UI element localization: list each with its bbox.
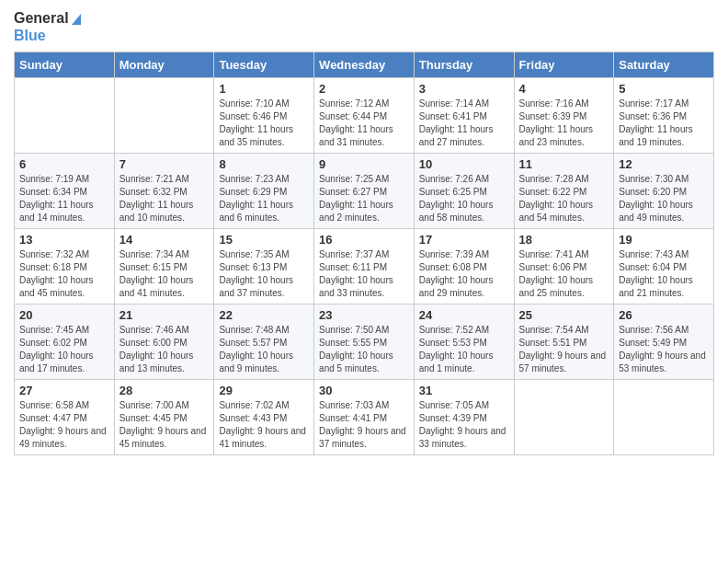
day-info: Sunrise: 7:10 AM Sunset: 6:46 PM Dayligh… bbox=[219, 98, 309, 149]
calendar-week-row: 20Sunrise: 7:45 AM Sunset: 6:02 PM Dayli… bbox=[15, 304, 714, 380]
day-info: Sunrise: 7:21 AM Sunset: 6:32 PM Dayligh… bbox=[119, 173, 210, 224]
calendar-week-row: 13Sunrise: 7:32 AM Sunset: 6:18 PM Dayli… bbox=[15, 229, 714, 304]
calendar-cell: 16Sunrise: 7:37 AM Sunset: 6:11 PM Dayli… bbox=[314, 229, 415, 304]
day-number: 4 bbox=[519, 82, 609, 96]
day-number: 17 bbox=[419, 233, 509, 247]
calendar-cell: 30Sunrise: 7:03 AM Sunset: 4:41 PM Dayli… bbox=[314, 380, 415, 455]
calendar-cell: 10Sunrise: 7:26 AM Sunset: 6:25 PM Dayli… bbox=[414, 154, 514, 229]
day-info: Sunrise: 7:35 AM Sunset: 6:13 PM Dayligh… bbox=[219, 248, 309, 300]
calendar-cell: 31Sunrise: 7:05 AM Sunset: 4:39 PM Dayli… bbox=[414, 380, 514, 455]
calendar-header-row: SundayMondayTuesdayWednesdayThursdayFrid… bbox=[15, 52, 714, 78]
calendar-day-header: Monday bbox=[114, 52, 214, 78]
day-info: Sunrise: 7:34 AM Sunset: 6:15 PM Dayligh… bbox=[119, 248, 210, 300]
day-info: Sunrise: 7:46 AM Sunset: 6:00 PM Dayligh… bbox=[119, 324, 210, 375]
calendar-day-header: Saturday bbox=[614, 52, 714, 78]
day-number: 9 bbox=[319, 157, 409, 171]
calendar-cell: 6Sunrise: 7:19 AM Sunset: 6:34 PM Daylig… bbox=[15, 154, 115, 229]
day-number: 26 bbox=[619, 308, 709, 322]
calendar-cell: 12Sunrise: 7:30 AM Sunset: 6:20 PM Dayli… bbox=[614, 154, 714, 229]
day-number: 10 bbox=[419, 157, 509, 171]
calendar-cell: 19Sunrise: 7:43 AM Sunset: 6:04 PM Dayli… bbox=[614, 229, 714, 304]
day-number: 2 bbox=[319, 82, 409, 96]
day-number: 25 bbox=[519, 308, 609, 322]
day-info: Sunrise: 7:26 AM Sunset: 6:25 PM Dayligh… bbox=[419, 173, 509, 224]
day-number: 23 bbox=[319, 308, 409, 322]
day-number: 31 bbox=[419, 384, 509, 397]
calendar-cell: 20Sunrise: 7:45 AM Sunset: 6:02 PM Dayli… bbox=[15, 304, 115, 380]
calendar-week-row: 1Sunrise: 7:10 AM Sunset: 6:46 PM Daylig… bbox=[15, 78, 714, 154]
calendar-cell: 15Sunrise: 7:35 AM Sunset: 6:13 PM Dayli… bbox=[214, 229, 314, 304]
day-number: 24 bbox=[419, 308, 509, 322]
day-number: 14 bbox=[119, 233, 210, 247]
calendar-cell: 22Sunrise: 7:48 AM Sunset: 5:57 PM Dayli… bbox=[214, 304, 314, 380]
calendar-cell: 11Sunrise: 7:28 AM Sunset: 6:22 PM Dayli… bbox=[514, 154, 614, 229]
day-info: Sunrise: 7:05 AM Sunset: 4:39 PM Dayligh… bbox=[419, 399, 509, 451]
day-info: Sunrise: 7:52 AM Sunset: 5:53 PM Dayligh… bbox=[419, 324, 509, 375]
day-info: Sunrise: 7:02 AM Sunset: 4:43 PM Dayligh… bbox=[219, 399, 309, 451]
day-info: Sunrise: 7:39 AM Sunset: 6:08 PM Dayligh… bbox=[419, 248, 509, 300]
calendar-table: SundayMondayTuesdayWednesdayThursdayFrid… bbox=[14, 52, 714, 455]
day-number: 16 bbox=[319, 233, 409, 247]
calendar-cell: 25Sunrise: 7:54 AM Sunset: 5:51 PM Dayli… bbox=[514, 304, 614, 380]
day-number: 22 bbox=[219, 308, 309, 322]
calendar-cell: 24Sunrise: 7:52 AM Sunset: 5:53 PM Dayli… bbox=[414, 304, 514, 380]
day-info: Sunrise: 7:16 AM Sunset: 6:39 PM Dayligh… bbox=[519, 98, 609, 149]
day-number: 20 bbox=[19, 308, 109, 322]
day-info: Sunrise: 7:28 AM Sunset: 6:22 PM Dayligh… bbox=[519, 173, 609, 224]
calendar-cell: 26Sunrise: 7:56 AM Sunset: 5:49 PM Dayli… bbox=[614, 304, 714, 380]
calendar-week-row: 6Sunrise: 7:19 AM Sunset: 6:34 PM Daylig… bbox=[15, 154, 714, 229]
day-number: 19 bbox=[619, 233, 709, 247]
calendar-day-header: Tuesday bbox=[214, 52, 314, 78]
day-info: Sunrise: 7:50 AM Sunset: 5:55 PM Dayligh… bbox=[319, 324, 409, 375]
calendar-cell: 28Sunrise: 7:00 AM Sunset: 4:45 PM Dayli… bbox=[114, 380, 214, 455]
day-number: 30 bbox=[319, 384, 409, 397]
day-info: Sunrise: 7:00 AM Sunset: 4:45 PM Dayligh… bbox=[119, 399, 210, 451]
day-info: Sunrise: 7:43 AM Sunset: 6:04 PM Dayligh… bbox=[619, 248, 709, 300]
calendar-cell: 9Sunrise: 7:25 AM Sunset: 6:27 PM Daylig… bbox=[314, 154, 415, 229]
day-number: 3 bbox=[419, 82, 509, 96]
calendar-cell: 4Sunrise: 7:16 AM Sunset: 6:39 PM Daylig… bbox=[514, 78, 614, 154]
day-info: Sunrise: 7:37 AM Sunset: 6:11 PM Dayligh… bbox=[319, 248, 409, 300]
calendar-cell: 5Sunrise: 7:17 AM Sunset: 6:36 PM Daylig… bbox=[614, 78, 714, 154]
calendar-cell: 3Sunrise: 7:14 AM Sunset: 6:41 PM Daylig… bbox=[414, 78, 514, 154]
day-number: 12 bbox=[619, 157, 709, 171]
day-number: 8 bbox=[219, 157, 309, 171]
calendar-cell: 29Sunrise: 7:02 AM Sunset: 4:43 PM Dayli… bbox=[214, 380, 314, 455]
day-number: 1 bbox=[219, 82, 309, 96]
calendar-cell: 2Sunrise: 7:12 AM Sunset: 6:44 PM Daylig… bbox=[314, 78, 415, 154]
calendar-day-header: Thursday bbox=[414, 52, 514, 78]
day-info: Sunrise: 7:54 AM Sunset: 5:51 PM Dayligh… bbox=[519, 324, 609, 375]
calendar-day-header: Friday bbox=[514, 52, 614, 78]
day-number: 6 bbox=[19, 157, 109, 171]
day-info: Sunrise: 7:30 AM Sunset: 6:20 PM Dayligh… bbox=[619, 173, 709, 224]
logo: General Blue bbox=[14, 9, 81, 44]
calendar-week-row: 27Sunrise: 6:58 AM Sunset: 4:47 PM Dayli… bbox=[15, 380, 714, 455]
calendar-cell: 1Sunrise: 7:10 AM Sunset: 6:46 PM Daylig… bbox=[214, 78, 314, 154]
calendar-cell: 21Sunrise: 7:46 AM Sunset: 6:00 PM Dayli… bbox=[114, 304, 214, 380]
day-info: Sunrise: 7:56 AM Sunset: 5:49 PM Dayligh… bbox=[619, 324, 709, 375]
calendar-cell bbox=[614, 380, 714, 455]
day-info: Sunrise: 7:32 AM Sunset: 6:18 PM Dayligh… bbox=[19, 248, 109, 300]
calendar-day-header: Sunday bbox=[15, 52, 115, 78]
day-info: Sunrise: 7:45 AM Sunset: 6:02 PM Dayligh… bbox=[19, 324, 109, 375]
day-info: Sunrise: 7:19 AM Sunset: 6:34 PM Dayligh… bbox=[19, 173, 109, 224]
day-number: 18 bbox=[519, 233, 609, 247]
day-number: 21 bbox=[119, 308, 210, 322]
calendar-cell: 17Sunrise: 7:39 AM Sunset: 6:08 PM Dayli… bbox=[414, 229, 514, 304]
calendar-cell: 18Sunrise: 7:41 AM Sunset: 6:06 PM Dayli… bbox=[514, 229, 614, 304]
calendar-cell bbox=[514, 380, 614, 455]
calendar-day-header: Wednesday bbox=[314, 52, 415, 78]
day-info: Sunrise: 7:48 AM Sunset: 5:57 PM Dayligh… bbox=[219, 324, 309, 375]
day-info: Sunrise: 7:14 AM Sunset: 6:41 PM Dayligh… bbox=[419, 98, 509, 149]
calendar-cell: 23Sunrise: 7:50 AM Sunset: 5:55 PM Dayli… bbox=[314, 304, 415, 380]
day-info: Sunrise: 7:25 AM Sunset: 6:27 PM Dayligh… bbox=[319, 173, 409, 224]
calendar-cell: 14Sunrise: 7:34 AM Sunset: 6:15 PM Dayli… bbox=[114, 229, 214, 304]
day-info: Sunrise: 7:41 AM Sunset: 6:06 PM Dayligh… bbox=[519, 248, 609, 300]
day-number: 11 bbox=[519, 157, 609, 171]
day-number: 13 bbox=[19, 233, 109, 247]
page-header: General Blue bbox=[14, 9, 714, 44]
day-number: 29 bbox=[219, 384, 309, 397]
day-number: 5 bbox=[619, 82, 709, 96]
day-info: Sunrise: 7:03 AM Sunset: 4:41 PM Dayligh… bbox=[319, 399, 409, 451]
day-number: 28 bbox=[119, 384, 210, 397]
